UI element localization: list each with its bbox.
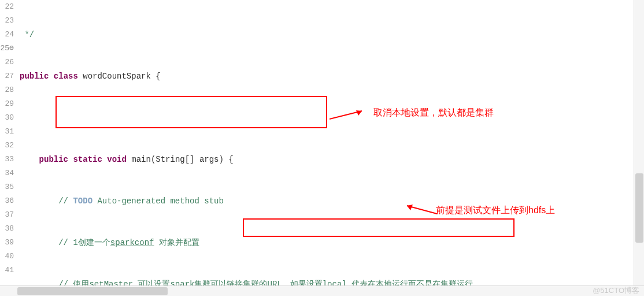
code-area[interactable]: */ public class wordCountSpark { public … (17, 0, 644, 285)
watermark: @51CTO博客 (593, 285, 639, 296)
code-line: // 1创建一个sparkconf 对象并配置 (17, 236, 644, 250)
scrollbar-thumb[interactable] (635, 173, 643, 243)
code-line: */ (17, 28, 644, 42)
line-number: 25⊖ (0, 42, 14, 55)
line-number: 39 (0, 236, 14, 250)
line-number: 27 (0, 69, 14, 83)
line-number: 26 (0, 55, 14, 69)
line-number: 30 (0, 111, 14, 125)
line-number: 24 (0, 28, 14, 42)
annotation-box-2 (243, 218, 515, 237)
line-number: 35 (0, 180, 14, 194)
code-editor[interactable]: 22 23 24 25⊖ 26 27 28 29 30 31 32 33 34 … (0, 0, 644, 285)
scrollbar-thumb[interactable] (17, 287, 168, 295)
line-number: 28 (0, 83, 14, 97)
horizontal-scrollbar[interactable] (0, 285, 644, 296)
line-number: 40 (0, 250, 14, 263)
code-line: public class wordCountSpark { (17, 69, 644, 83)
line-number: 32 (0, 139, 14, 153)
line-number: 36 (0, 194, 14, 208)
line-number: 23 (0, 14, 14, 28)
code-line: public static void main(String[] args) { (17, 153, 644, 166)
line-gutter: 22 23 24 25⊖ 26 27 28 29 30 31 32 33 34 … (0, 0, 17, 285)
line-number: 37 (0, 208, 14, 222)
line-number: 34 (0, 166, 14, 180)
line-number: 31 (0, 125, 14, 139)
line-number: 29 (0, 97, 14, 111)
line-number: 38 (0, 222, 14, 236)
code-line (17, 111, 644, 125)
vertical-scrollbar[interactable] (634, 0, 644, 285)
line-number: 22 (0, 0, 14, 14)
line-number: 41 (0, 263, 14, 277)
code-line: // TODO Auto-generated method stub (17, 194, 644, 208)
line-number: 33 (0, 153, 14, 166)
